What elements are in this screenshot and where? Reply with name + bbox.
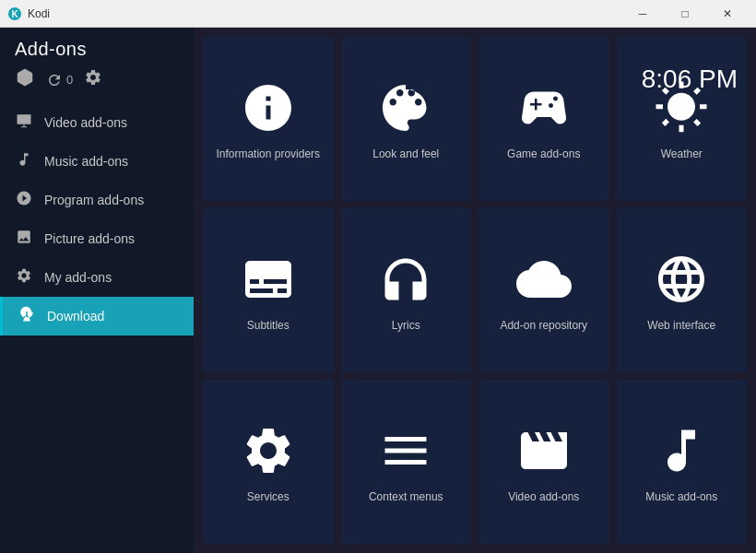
sidebar-item-label: My add-ons — [44, 270, 112, 285]
my-addons-icon — [15, 267, 33, 288]
picture-addons-icon — [15, 229, 33, 249]
kodi-logo-icon: K — [7, 6, 22, 21]
grid-item-label: Context menus — [369, 490, 443, 505]
time-display: 8:06 PM — [642, 65, 738, 94]
svg-text:K: K — [11, 9, 18, 19]
sidebar-item-music-addons[interactable]: Music add-ons — [0, 142, 194, 181]
minimize-button[interactable]: ─ — [621, 0, 664, 28]
sidebar-top-icons: 0 — [0, 67, 194, 103]
sidebar: Add-ons 0 — [0, 28, 194, 553]
title-bar-app-name: Kodi — [28, 7, 50, 20]
grid-item-label: Look and feel — [372, 147, 439, 162]
sidebar-title: Add-ons — [15, 39, 87, 60]
grid-item-label: Information providers — [216, 147, 320, 162]
sidebar-item-video-addons[interactable]: Video add-ons — [0, 103, 194, 142]
sidebar-item-my-addons[interactable]: My add-ons — [0, 258, 194, 297]
settings-icon[interactable] — [84, 68, 102, 91]
music-addons-grid-icon — [649, 418, 714, 483]
program-addons-icon — [15, 190, 33, 210]
title-bar: K Kodi ─ □ ✕ — [0, 0, 756, 28]
video-addons-grid-icon — [512, 418, 576, 483]
sidebar-item-picture-addons[interactable]: Picture add-ons — [0, 219, 194, 258]
sidebar-item-label: Program add-ons — [44, 193, 144, 207]
svg-rect-2 — [18, 114, 31, 124]
grid-item-look-and-feel[interactable]: Look and feel — [341, 37, 472, 201]
grid-item-information-providers[interactable]: Information providers — [203, 37, 334, 201]
close-button[interactable]: ✕ — [706, 0, 749, 28]
sidebar-item-label: Picture add-ons — [44, 231, 135, 246]
download-icon — [18, 306, 36, 326]
grid-item-subtitles[interactable]: Subtitles — [203, 208, 334, 372]
main-content: 8:06 PM Information providers Look a — [194, 28, 756, 553]
sidebar-item-label: Music add-ons — [44, 154, 128, 169]
grid-item-game-addons[interactable]: Game add-ons — [478, 37, 609, 201]
web-interface-icon — [649, 247, 714, 312]
look-and-feel-icon — [373, 76, 438, 140]
title-bar-left: K Kodi — [7, 6, 50, 21]
grid-item-services[interactable]: Services — [203, 380, 334, 544]
maximize-button[interactable]: □ — [664, 0, 706, 28]
grid-item-context-menus[interactable]: Context menus — [341, 380, 472, 544]
services-icon — [236, 418, 301, 483]
app-container: Add-ons 0 — [0, 28, 756, 553]
sidebar-item-download[interactable]: Download — [0, 297, 194, 335]
information-providers-icon — [236, 76, 301, 140]
grid-item-label: Add-on repository — [500, 319, 587, 334]
sidebar-item-label: Download — [47, 309, 104, 324]
grid-item-label: Services — [247, 490, 289, 505]
grid-item-label: Game add-ons — [507, 147, 580, 162]
sidebar-item-program-addons[interactable]: Program add-ons — [0, 181, 194, 219]
grid-item-web-interface[interactable]: Web interface — [617, 208, 748, 372]
video-addons-icon — [15, 112, 33, 133]
game-addons-icon — [512, 76, 576, 140]
update-icon[interactable]: 0 — [46, 72, 73, 88]
grid-item-weather[interactable]: Weather — [617, 37, 748, 201]
context-menus-icon — [373, 418, 438, 483]
addons-box-icon[interactable] — [15, 67, 35, 92]
grid-item-label: Video add-ons — [508, 490, 579, 505]
addon-repository-icon — [512, 247, 576, 312]
grid-item-label: Lyrics — [392, 319, 420, 334]
lyrics-icon — [373, 247, 438, 312]
grid-item-label: Subtitles — [247, 319, 289, 334]
sidebar-item-label: Video add-ons — [44, 115, 127, 130]
addon-grid: Information providers Look and feel — [203, 37, 747, 544]
grid-item-lyrics[interactable]: Lyrics — [341, 208, 472, 372]
update-count: 0 — [66, 73, 73, 87]
grid-item-addon-repository[interactable]: Add-on repository — [478, 208, 609, 372]
grid-item-label: Music add-ons — [645, 490, 717, 505]
grid-item-label: Web interface — [647, 319, 715, 334]
title-bar-controls: ─ □ ✕ — [621, 0, 749, 28]
subtitles-icon — [236, 247, 301, 312]
grid-item-label: Weather — [661, 147, 703, 162]
grid-item-video-addons[interactable]: Video add-ons — [478, 380, 609, 544]
music-addons-icon — [15, 151, 33, 171]
grid-item-music-addons[interactable]: Music add-ons — [617, 380, 748, 544]
sidebar-header: Add-ons — [0, 28, 194, 67]
